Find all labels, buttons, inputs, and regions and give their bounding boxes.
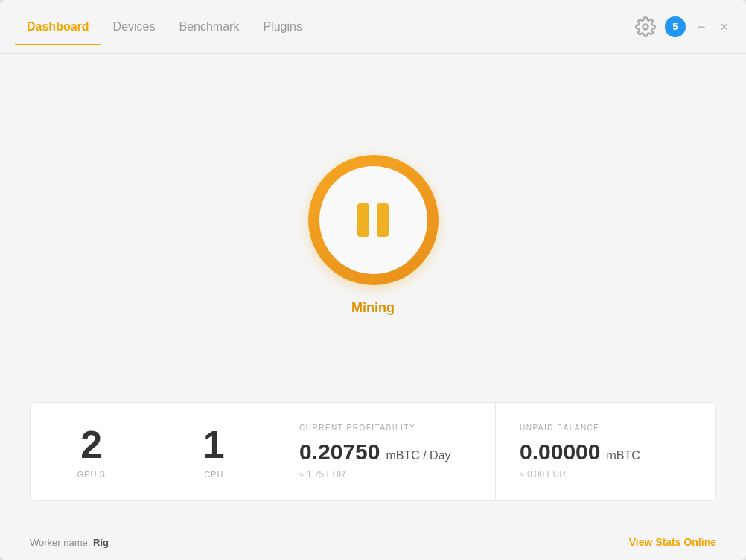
pause-bar-right xyxy=(377,203,389,237)
minimize-button[interactable]: − xyxy=(695,19,709,35)
stats-container: 2 GPU'S 1 CPU CURRENT PROFITABILITY 0.20… xyxy=(30,402,716,501)
window-controls: 5 − × xyxy=(635,16,731,37)
profitability-unit: mBTC / Day xyxy=(386,449,450,462)
view-stats-link[interactable]: View Stats Online xyxy=(629,536,716,548)
worker-prefix: Worker name: xyxy=(30,537,93,548)
profitability-number: 0.20750 xyxy=(299,439,380,465)
worker-name-display: Worker name: Rig xyxy=(30,537,109,548)
unpaid-unit: mBTC xyxy=(606,449,640,462)
tab-devices[interactable]: Devices xyxy=(101,14,168,39)
cpu-label: CPU xyxy=(204,470,223,479)
gpu-label: GPU'S xyxy=(77,470,106,479)
profitability-eur: ≈ 1.75 EUR xyxy=(299,469,471,480)
title-bar: Dashboard Devices Benchmark Plugins 5 − … xyxy=(0,0,746,54)
cpu-stat-box: 1 CPU xyxy=(153,403,276,500)
unpaid-number: 0.00000 xyxy=(520,439,600,465)
profitability-section-label: CURRENT PROFITABILITY xyxy=(299,424,471,432)
notification-badge[interactable]: 5 xyxy=(665,16,686,37)
profitability-box: CURRENT PROFITABILITY 0.20750 mBTC / Day… xyxy=(275,403,496,500)
tab-plugins[interactable]: Plugins xyxy=(251,14,313,39)
footer: Worker name: Rig View Stats Online xyxy=(0,524,746,560)
svg-point-0 xyxy=(643,24,648,29)
mining-toggle-button[interactable] xyxy=(308,155,439,285)
unpaid-eur: ≈ 0.00 EUR xyxy=(520,469,692,480)
mining-section: Mining xyxy=(308,83,439,387)
unpaid-value: 0.00000 mBTC xyxy=(520,439,692,465)
nav-tabs: Dashboard Devices Benchmark Plugins xyxy=(15,14,635,39)
gpu-count: 2 xyxy=(80,425,102,464)
unpaid-balance-box: UNPAID BALANCE 0.00000 mBTC ≈ 0.00 EUR xyxy=(496,403,715,500)
close-button[interactable]: × xyxy=(717,19,731,35)
tab-dashboard[interactable]: Dashboard xyxy=(15,14,101,39)
main-content: Mining 2 GPU'S 1 CPU CURRENT PROFITABILI… xyxy=(0,54,746,524)
app-window: Dashboard Devices Benchmark Plugins 5 − … xyxy=(0,0,746,560)
mining-status-label: Mining xyxy=(351,300,395,316)
pause-bar-left xyxy=(357,203,369,237)
pause-icon xyxy=(357,203,389,237)
pause-button-inner xyxy=(319,166,427,274)
tab-benchmark[interactable]: Benchmark xyxy=(167,14,251,39)
settings-icon[interactable] xyxy=(635,16,656,37)
profitability-value: 0.20750 mBTC / Day xyxy=(299,439,471,465)
worker-name-value: Rig xyxy=(93,537,109,548)
cpu-count: 1 xyxy=(203,425,225,464)
gpu-stat-box: 2 GPU'S xyxy=(31,403,153,500)
unpaid-section-label: UNPAID BALANCE xyxy=(520,424,692,432)
